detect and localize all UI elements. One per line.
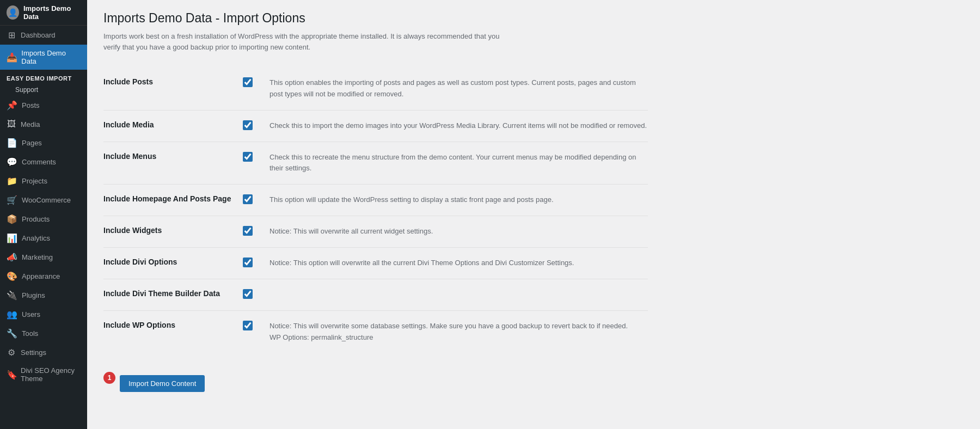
media-icon: 🖼	[7, 119, 16, 129]
sidebar-item-label: Posts	[22, 101, 40, 109]
sidebar-item-label: WooCommerce	[22, 196, 71, 204]
sidebar-item-appearance[interactable]: 🎨 Appearance	[0, 267, 87, 286]
option-desc-include-widgets: Notice: This will overwrite all current …	[261, 216, 648, 248]
sidebar-item-imports-demo-data[interactable]: 📥 Imports Demo Data	[0, 45, 87, 70]
sidebar-item-tools[interactable]: 🔧 Tools	[0, 324, 87, 343]
sidebar-site-name: Imports Demo Data	[23, 4, 81, 21]
sidebar: 👤 Imports Demo Data ⊞ Dashboard 📥 Import…	[0, 0, 87, 429]
option-checkbox-cell-include-posts	[240, 68, 261, 110]
checkbox-include-wp-options[interactable]	[243, 321, 253, 330]
table-row: Include Divi Theme Builder Data	[103, 279, 648, 311]
table-row: Include Divi OptionsNotice: This option …	[103, 248, 648, 279]
option-checkbox-cell-include-wp-options	[240, 311, 261, 353]
sidebar-item-woocommerce[interactable]: 🛒 WooCommerce	[0, 191, 87, 210]
option-label-include-homepage: Include Homepage And Posts Page	[103, 185, 240, 216]
sidebar-item-label: Pages	[22, 139, 42, 147]
sidebar-item-plugins[interactable]: 🔌 Plugins	[0, 286, 87, 305]
sidebar-item-marketing[interactable]: 📣 Marketing	[0, 248, 87, 267]
sidebar-item-comments[interactable]: 💬 Comments	[0, 152, 87, 171]
table-row: Include MediaCheck this to import the de…	[103, 110, 648, 142]
sidebar-item-label: Media	[21, 120, 40, 128]
option-checkbox-cell-include-divi-options	[240, 248, 261, 279]
sidebar-item-settings[interactable]: ⚙ Settings	[0, 343, 87, 362]
woocommerce-icon: 🛒	[7, 195, 17, 205]
page-title: Imports Demo Data - Import Options	[103, 11, 964, 26]
sidebar-item-label: Comments	[22, 158, 56, 166]
option-checkbox-cell-include-media	[240, 110, 261, 142]
checkbox-include-widgets[interactable]	[243, 226, 253, 236]
import-icon: 📥	[7, 52, 17, 63]
analytics-icon: 📊	[7, 233, 17, 243]
table-row: Include Homepage And Posts PageThis opti…	[103, 185, 648, 216]
sidebar-item-divi-seo[interactable]: 🔖 Divi SEO Agency Theme	[0, 362, 87, 387]
option-desc-include-menus: Check this to recreate the menu structur…	[261, 142, 648, 185]
checkbox-include-media[interactable]	[243, 120, 253, 130]
table-row: Include PostsThis option enables the imp…	[103, 68, 648, 110]
option-label-include-wp-options: Include WP Options	[103, 311, 240, 353]
divi-seo-icon: 🔖	[7, 370, 16, 380]
sidebar-item-label: Imports Demo Data	[21, 49, 81, 65]
table-row: Include MenusCheck this to recreate the …	[103, 142, 648, 185]
sidebar-item-support[interactable]: Support	[0, 84, 87, 96]
option-label-include-menus: Include Menus	[103, 142, 240, 185]
option-label-include-widgets: Include Widgets	[103, 216, 240, 248]
sidebar-item-analytics[interactable]: 📊 Analytics	[0, 229, 87, 248]
appearance-icon: 🎨	[7, 271, 17, 281]
projects-icon: 📁	[7, 176, 17, 186]
option-checkbox-cell-include-homepage	[240, 185, 261, 216]
users-icon: 👥	[7, 309, 17, 320]
option-desc-include-divi-builder	[261, 279, 648, 311]
dashboard-icon: ⊞	[7, 30, 16, 40]
option-label-include-divi-builder: Include Divi Theme Builder Data	[103, 279, 240, 311]
settings-icon: ⚙	[7, 347, 16, 358]
posts-icon: 📌	[7, 100, 17, 111]
marketing-icon: 📣	[7, 252, 17, 262]
sidebar-item-label: Products	[22, 215, 50, 223]
main-content: Imports Demo Data - Import Options Impor…	[87, 0, 980, 429]
option-desc-include-posts: This option enables the importing of pos…	[261, 68, 648, 110]
option-desc-include-media: Check this to import the demo images int…	[261, 110, 648, 142]
comments-icon: 💬	[7, 157, 17, 167]
sidebar-item-label: Plugins	[22, 291, 45, 299]
import-demo-content-button[interactable]: Import Demo Content	[120, 375, 205, 392]
checkbox-include-posts[interactable]	[243, 77, 253, 87]
sidebar-item-posts[interactable]: 📌 Posts	[0, 96, 87, 115]
tools-icon: 🔧	[7, 328, 17, 339]
sidebar-item-label: Settings	[21, 348, 46, 357]
sidebar-item-users[interactable]: 👥 Users	[0, 305, 87, 324]
option-desc-include-wp-options: Notice: This will overwrite some databas…	[261, 311, 648, 353]
option-checkbox-cell-include-widgets	[240, 216, 261, 248]
import-row: 1 Import Demo Content	[103, 364, 964, 392]
page-description: Imports work best on a fresh installatio…	[103, 31, 512, 52]
checkbox-include-divi-builder[interactable]	[243, 289, 253, 299]
option-checkbox-cell-include-divi-builder	[240, 279, 261, 311]
sidebar-item-products[interactable]: 📦 Products	[0, 210, 87, 229]
notification-badge: 1	[103, 372, 115, 384]
sidebar-header: 👤 Imports Demo Data	[0, 0, 87, 26]
table-row: Include WidgetsNotice: This will overwri…	[103, 216, 648, 248]
checkbox-include-homepage[interactable]	[243, 194, 253, 204]
sidebar-item-label: Analytics	[22, 234, 50, 242]
option-label-include-media: Include Media	[103, 110, 240, 142]
checkbox-include-divi-options[interactable]	[243, 258, 253, 267]
sidebar-item-pages[interactable]: 📄 Pages	[0, 133, 87, 152]
sidebar-item-label: Divi SEO Agency Theme	[21, 366, 81, 383]
option-label-include-divi-options: Include Divi Options	[103, 248, 240, 279]
sidebar-item-label: Dashboard	[21, 31, 56, 39]
sidebar-item-media[interactable]: 🖼 Media	[0, 115, 87, 133]
sidebar-item-dashboard[interactable]: ⊞ Dashboard	[0, 26, 87, 45]
options-table: Include PostsThis option enables the imp…	[103, 68, 648, 353]
option-checkbox-cell-include-menus	[240, 142, 261, 185]
support-label: Support	[15, 86, 38, 94]
checkbox-include-menus[interactable]	[243, 152, 253, 162]
sidebar-item-label: Marketing	[22, 253, 53, 261]
sidebar-item-label: Projects	[22, 177, 47, 185]
sidebar-item-label: Appearance	[22, 272, 60, 280]
sidebar-section-easy-demo-import: Easy Demo Import	[0, 70, 87, 84]
sidebar-item-projects[interactable]: 📁 Projects	[0, 171, 87, 191]
pages-icon: 📄	[7, 138, 17, 148]
sidebar-item-label: Users	[22, 310, 40, 318]
plugins-icon: 🔌	[7, 290, 17, 301]
sidebar-item-label: Tools	[22, 329, 38, 338]
option-desc-include-divi-options: Notice: This option will overwrite all t…	[261, 248, 648, 279]
